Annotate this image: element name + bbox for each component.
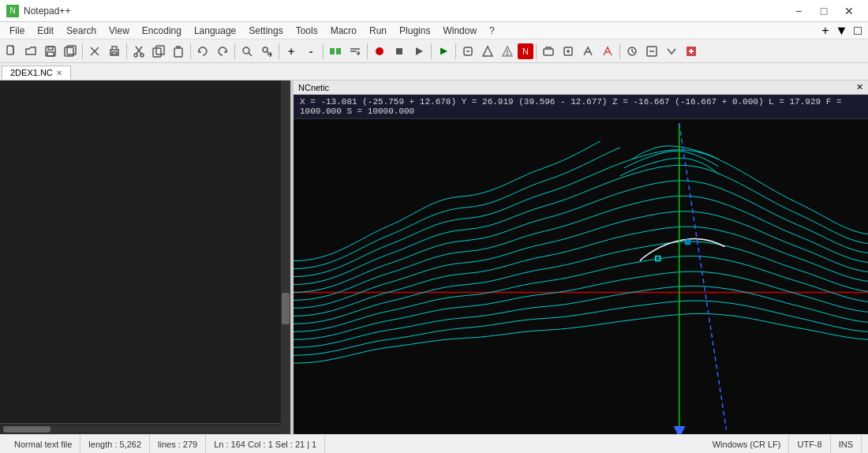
- extra5-button[interactable]: [623, 42, 642, 61]
- paste-button[interactable]: [169, 42, 188, 61]
- extra1-button[interactable]: [539, 42, 558, 61]
- ncnetic-button[interactable]: N: [518, 43, 533, 59]
- code-area[interactable]: [28, 80, 290, 423]
- menu-tools[interactable]: Tools: [290, 24, 324, 38]
- print-button[interactable]: [105, 42, 124, 61]
- svg-rect-24: [396, 48, 402, 54]
- cut-button[interactable]: [129, 42, 148, 61]
- horizontal-scrollbar[interactable]: [0, 423, 290, 434]
- hscroll-thumb[interactable]: [3, 426, 51, 432]
- new-button[interactable]: [2, 42, 21, 61]
- statusbar: Normal text file length : 5,262 lines : …: [0, 434, 868, 453]
- menu-help[interactable]: ?: [483, 24, 501, 38]
- macro-record-button[interactable]: [370, 42, 389, 61]
- toolbar: + - ▶ N: [0, 39, 868, 63]
- extra7-button[interactable]: [662, 42, 681, 61]
- wordwrap-button[interactable]: [346, 42, 365, 61]
- tab-close-button[interactable]: ✕: [56, 69, 62, 77]
- macro-stop-button[interactable]: [390, 42, 409, 61]
- extra4-button[interactable]: [598, 42, 617, 61]
- main-area: NCnetic ✕ X = -13.081 (-25.759 + 12.678)…: [0, 80, 868, 434]
- plugin2-button[interactable]: [478, 42, 497, 61]
- svg-rect-3: [47, 52, 54, 56]
- svg-rect-12: [153, 48, 161, 57]
- svg-line-16: [249, 53, 252, 56]
- app-icon: N: [6, 5, 19, 17]
- menu-file[interactable]: File: [3, 24, 31, 38]
- status-filetype: Normal text file: [6, 435, 80, 453]
- close-button[interactable]: ✕: [836, 0, 862, 22]
- svg-marker-25: [416, 47, 423, 55]
- extra6-button[interactable]: [642, 42, 661, 61]
- ncnetic-panel: NCnetic ✕ X = -13.081 (-25.759 + 12.678)…: [294, 80, 868, 434]
- toolbar-sep-5: [279, 43, 279, 59]
- toolbar-sep-3: [190, 43, 191, 59]
- run-button[interactable]: ▶: [434, 42, 453, 61]
- menu-settings[interactable]: Settings: [242, 24, 289, 38]
- svg-marker-28: [483, 47, 492, 56]
- toolbar-extra: + ▼ □: [818, 24, 865, 38]
- svg-point-15: [243, 47, 249, 54]
- tab-2dex1[interactable]: 2DEX1.NC ✕: [2, 66, 71, 80]
- close-tab-button[interactable]: [85, 42, 104, 61]
- zoom-out-button[interactable]: -: [301, 42, 320, 61]
- nc-canvas[interactable]: [294, 119, 868, 434]
- status-lines: lines : 279: [150, 435, 206, 453]
- menu-encoding[interactable]: Encoding: [136, 24, 188, 38]
- svg-rect-20: [336, 48, 341, 54]
- status-mode: INS: [831, 435, 862, 453]
- svg-line-18: [267, 51, 269, 54]
- extra8-button[interactable]: [682, 42, 701, 61]
- svg-rect-51: [686, 240, 690, 245]
- scrollbar-thumb[interactable]: [282, 293, 290, 324]
- minimize-button[interactable]: −: [786, 0, 811, 22]
- menu-edit[interactable]: Edit: [31, 24, 60, 38]
- hscroll-track[interactable]: [3, 426, 287, 432]
- vertical-scrollbar[interactable]: [281, 80, 290, 423]
- svg-rect-2: [48, 47, 53, 50]
- menu-run[interactable]: Run: [363, 24, 393, 38]
- titlebar: N Notepad++ − □ ✕: [0, 0, 868, 22]
- save-button[interactable]: [41, 42, 60, 61]
- svg-point-11: [140, 54, 144, 57]
- editor-content: [0, 80, 290, 423]
- plugin3-button[interactable]: [498, 42, 517, 61]
- redo-button[interactable]: [213, 42, 232, 61]
- nc-visualization: [294, 119, 868, 434]
- titlebar-left: N Notepad++: [6, 5, 70, 17]
- find-button[interactable]: [238, 42, 256, 61]
- menu-view[interactable]: View: [103, 24, 136, 38]
- copy-button[interactable]: [149, 42, 168, 61]
- status-length: length : 5,262: [80, 435, 150, 453]
- zoom-in-button[interactable]: +: [282, 42, 301, 61]
- save-all-button[interactable]: [61, 42, 80, 61]
- maximize-button[interactable]: □: [811, 0, 836, 22]
- editor-pane: [0, 80, 290, 434]
- menu-plugins[interactable]: Plugins: [393, 24, 436, 38]
- menu-language[interactable]: Language: [188, 24, 242, 38]
- find-replace-button[interactable]: [257, 42, 276, 61]
- maximize-editor-button[interactable]: □: [851, 24, 865, 38]
- open-button[interactable]: [21, 42, 40, 61]
- ncnetic-header: NCnetic ✕: [294, 80, 868, 95]
- undo-button[interactable]: [193, 42, 212, 61]
- titlebar-controls[interactable]: − □ ✕: [786, 0, 862, 22]
- plus-button[interactable]: +: [818, 24, 832, 38]
- menu-macro[interactable]: Macro: [324, 24, 363, 38]
- plugin1-button[interactable]: [458, 42, 477, 61]
- extra2-button[interactable]: [559, 42, 578, 61]
- toolbar-sep-10: [536, 43, 537, 59]
- toolbar-sep-6: [323, 43, 324, 59]
- sync-scroll-button[interactable]: [326, 42, 345, 61]
- macro-play-button[interactable]: [410, 42, 428, 61]
- svg-rect-19: [330, 48, 335, 54]
- ncnetic-close-icon[interactable]: ✕: [856, 82, 863, 92]
- menubar: File Edit Search View Encoding Language …: [0, 22, 868, 39]
- toolbar-sep-2: [126, 43, 127, 59]
- menu-window[interactable]: Window: [436, 24, 483, 38]
- menu-search[interactable]: Search: [60, 24, 103, 38]
- svg-rect-9: [112, 52, 117, 54]
- dropdown-button[interactable]: ▼: [832, 24, 851, 38]
- tab-label: 2DEX1.NC: [10, 68, 53, 77]
- extra3-button[interactable]: [578, 42, 597, 61]
